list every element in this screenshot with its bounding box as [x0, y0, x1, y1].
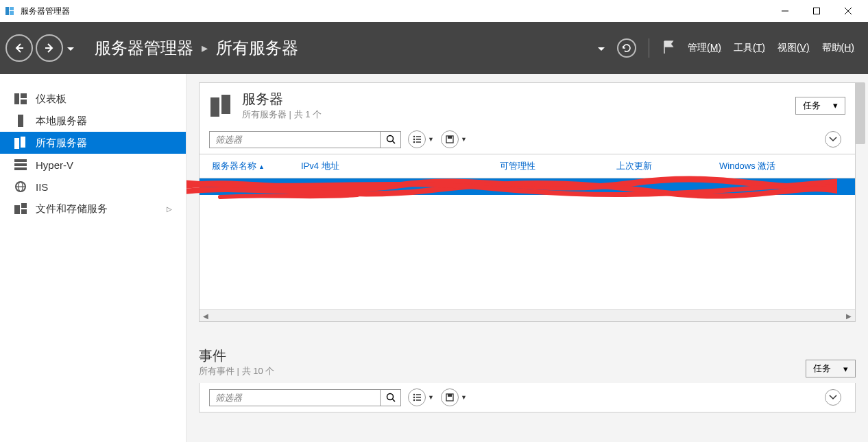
menu-manage[interactable]: 管理(M): [688, 42, 721, 54]
svg-point-34: [387, 394, 393, 400]
svg-rect-7: [14, 93, 19, 104]
chevron-down-icon: [829, 137, 837, 142]
column-windows-activation[interactable]: Windows 激活: [716, 154, 845, 178]
sidebar-item-hyperv[interactable]: Hyper-V: [0, 154, 186, 176]
nav-forward-button[interactable]: [36, 34, 63, 62]
svg-rect-0: [5, 7, 9, 15]
svg-rect-8: [21, 93, 27, 98]
column-ipv4[interactable]: IPv4 地址: [298, 154, 497, 178]
events-filter-box: [209, 389, 401, 406]
menu-tools[interactable]: 工具(T): [734, 42, 765, 54]
close-button[interactable]: [832, 0, 864, 22]
svg-rect-21: [21, 209, 27, 214]
svg-rect-20: [21, 203, 27, 208]
chevron-down-icon[interactable]: ▼: [461, 394, 467, 401]
window-title: 服务器管理器: [21, 5, 769, 17]
servers-icon: [14, 137, 27, 149]
refresh-dropdown-icon[interactable]: [598, 43, 605, 54]
sidebar-item-all-servers[interactable]: 所有服务器: [0, 132, 186, 154]
sidebar-item-storage[interactable]: 文件和存储服务 ▷: [0, 198, 186, 220]
svg-point-26: [413, 136, 415, 138]
filter-list-button[interactable]: [408, 388, 426, 406]
chevron-down-icon[interactable]: ▼: [461, 136, 467, 143]
sidebar-item-label: 所有服务器: [36, 137, 87, 150]
svg-rect-19: [14, 205, 20, 214]
chevron-down-icon[interactable]: ▼: [428, 394, 434, 401]
iis-icon: [14, 181, 27, 192]
table-row[interactable]: [200, 178, 855, 195]
notifications-flag-icon[interactable]: [662, 40, 675, 57]
svg-rect-11: [14, 138, 19, 149]
events-panel-title: 事件: [199, 347, 806, 365]
filter-save-button[interactable]: [441, 130, 459, 148]
events-panel: ▼ ▼: [199, 383, 856, 412]
svg-rect-23: [221, 95, 230, 114]
hyperv-icon: [14, 159, 27, 170]
storage-icon: [14, 203, 27, 214]
events-filter-input[interactable]: [210, 390, 380, 406]
servers-filter-input[interactable]: [210, 132, 380, 148]
svg-rect-9: [21, 100, 27, 104]
nav-dropdown-icon[interactable]: [67, 43, 74, 54]
servers-panel-title: 服务器: [242, 90, 322, 108]
events-tasks-button[interactable]: 任务 ▾: [806, 360, 856, 377]
svg-point-27: [413, 139, 415, 141]
column-manageability[interactable]: 可管理性: [497, 154, 614, 178]
search-button[interactable]: [380, 132, 400, 148]
nav-back-button[interactable]: [5, 34, 33, 62]
servers-table-body: [200, 178, 855, 309]
sort-asc-icon: ▲: [258, 163, 265, 170]
svg-rect-15: [14, 167, 27, 170]
minimize-button[interactable]: [769, 0, 801, 22]
servers-filter-box: [209, 131, 401, 148]
svg-rect-22: [210, 97, 219, 117]
scrollbar-thumb[interactable]: [854, 82, 865, 144]
titlebar: 服务器管理器: [0, 0, 868, 22]
scroll-right-icon[interactable]: ▶: [843, 310, 855, 322]
breadcrumb-separator-icon: ▸: [202, 40, 208, 56]
search-icon: [386, 393, 396, 402]
expand-panel-button[interactable]: [825, 131, 841, 148]
headerbar: 服务器管理器 ▸ 所有服务器 管理(M) 工具(T) 视图(V) 帮助(H): [0, 22, 868, 74]
servers-panel-subtitle: 所有服务器 | 共 1 个: [242, 108, 322, 121]
expand-panel-button[interactable]: [825, 389, 841, 406]
maximize-button[interactable]: [801, 0, 832, 22]
filter-list-button[interactable]: [408, 130, 426, 148]
search-icon: [386, 135, 396, 144]
svg-point-37: [413, 397, 415, 399]
breadcrumb-current: 所有服务器: [216, 37, 298, 59]
sidebar-item-label: Hyper-V: [36, 159, 73, 171]
svg-line-25: [392, 141, 395, 144]
breadcrumb-root[interactable]: 服务器管理器: [95, 37, 193, 59]
refresh-button[interactable]: [617, 38, 636, 58]
svg-rect-43: [448, 394, 452, 397]
sidebar-item-label: 仪表板: [36, 93, 67, 106]
column-last-update[interactable]: 上次更新: [614, 154, 716, 178]
menu-view[interactable]: 视图(V): [777, 42, 810, 54]
sidebar-item-label: 本地服务器: [36, 115, 87, 128]
svg-rect-1: [10, 7, 14, 10]
menu-help[interactable]: 帮助(H): [822, 42, 854, 54]
svg-rect-4: [814, 8, 820, 14]
svg-rect-14: [14, 163, 27, 166]
list-icon: [413, 135, 421, 143]
column-server-name[interactable]: 服务器名称▲: [209, 154, 298, 178]
sidebar-item-local-server[interactable]: 本地服务器: [0, 110, 186, 132]
servers-panel-icon: [209, 93, 234, 118]
scroll-left-icon[interactable]: ◀: [200, 310, 212, 322]
app-icon: [4, 5, 15, 16]
filter-save-button[interactable]: [441, 388, 459, 406]
save-icon: [446, 393, 454, 402]
horizontal-scrollbar[interactable]: ◀ ▶: [200, 309, 855, 321]
sidebar: 仪表板 本地服务器 所有服务器 Hyper-V IIS 文件和存储服务 ▷: [0, 74, 186, 442]
servers-tasks-button[interactable]: 任务 ▾: [795, 97, 845, 115]
svg-rect-12: [21, 137, 25, 148]
svg-rect-10: [18, 115, 23, 127]
search-button[interactable]: [380, 390, 400, 406]
sidebar-item-dashboard[interactable]: 仪表板: [0, 88, 186, 110]
sidebar-item-label: IIS: [36, 181, 48, 193]
chevron-down-icon[interactable]: ▼: [428, 136, 434, 143]
chevron-down-icon: [829, 395, 837, 400]
server-icon: [14, 115, 27, 127]
sidebar-item-iis[interactable]: IIS: [0, 176, 186, 198]
